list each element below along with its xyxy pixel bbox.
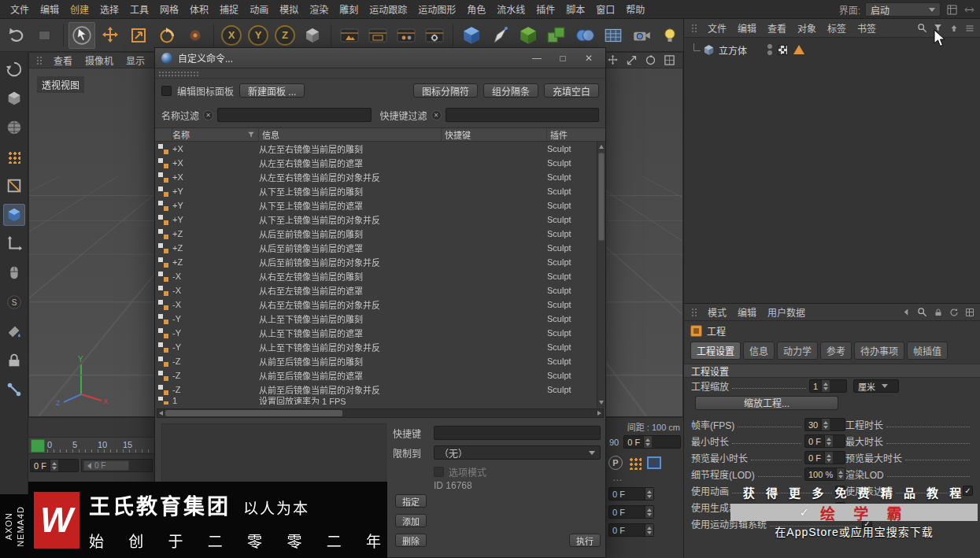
new-palette-button[interactable]: 新建面板 ... [239, 83, 305, 98]
attr-tab[interactable]: 信息 [743, 342, 775, 360]
search-icon[interactable] [916, 306, 928, 318]
stepper-icon[interactable] [821, 380, 830, 392]
menubar-item[interactable]: 网格 [154, 0, 184, 19]
dialog-titlebar[interactable]: 自定义命令... — □ ✕ [155, 48, 605, 68]
shortcut-column-header[interactable]: 快捷键 [442, 128, 547, 141]
drag-handle-icon[interactable] [691, 24, 698, 33]
model-mode-icon[interactable] [3, 87, 25, 109]
stepper-icon[interactable] [50, 460, 58, 471]
zoom-view-icon[interactable] [624, 54, 638, 67]
table-row[interactable]: +X 从左至右镜像当前层的遮罩 Sculpt [155, 156, 596, 170]
light-icon[interactable] [656, 22, 683, 49]
lock-workplane-icon[interactable] [3, 349, 25, 371]
render-team-icon[interactable] [393, 22, 420, 49]
preview-min-field[interactable]: 0 F [804, 451, 845, 464]
table-row[interactable]: +Z 从后至前镜像当前层的雕刻 Sculpt [155, 227, 596, 241]
viewport-solo-icon[interactable] [3, 262, 25, 284]
pan-view-icon[interactable] [605, 54, 619, 67]
table-row[interactable]: +Z 从后至前镜像当前层的对象并反 Sculpt [155, 255, 596, 269]
primitive-cube-icon[interactable] [458, 22, 485, 49]
fps-field[interactable]: 30 [804, 418, 845, 431]
object-manager-menu-item[interactable]: 编辑 [732, 19, 762, 37]
menubar-item[interactable]: 运动跟踪 [364, 0, 412, 19]
scroll-up-icon[interactable] [599, 145, 604, 149]
table-row[interactable]: -X 从右至左镜像当前层的雕刻 Sculpt [155, 269, 596, 283]
attr-tab[interactable]: 待办事项 [854, 342, 904, 360]
menubar-item[interactable]: 渲染 [304, 0, 334, 19]
table-row[interactable]: +X 从左至右镜像当前层的雕刻 Sculpt [155, 142, 596, 156]
menubar-item[interactable]: 角色 [461, 0, 491, 19]
execute-button[interactable]: 执行 [569, 534, 601, 547]
history-box-icon[interactable] [31, 22, 58, 49]
dialog-grip[interactable] [155, 68, 605, 79]
lock-icon[interactable] [932, 306, 944, 318]
attribute-menu-item[interactable]: 编辑 [732, 303, 762, 321]
rotate-view-icon[interactable] [643, 54, 657, 67]
render-picture-viewer-icon[interactable] [364, 22, 391, 49]
current-frame-marker[interactable] [31, 439, 45, 453]
name-filter-input[interactable] [217, 108, 371, 122]
clear-shortcut-filter-icon[interactable]: ✕ [431, 110, 442, 120]
menubar-item[interactable]: 插件 [531, 0, 560, 19]
table-row-partial[interactable]: 1 设置回放速率为 1 FPS [155, 397, 596, 405]
scroll-down-icon[interactable] [599, 401, 604, 405]
snap-icon[interactable]: S [3, 291, 25, 313]
coordinate-system-icon[interactable] [299, 22, 326, 49]
table-row[interactable]: +Z 从后至前镜像当前层的遮罩 Sculpt [155, 241, 596, 255]
table-row[interactable]: +X 从左至右镜像当前层的对象并反 Sculpt [155, 170, 596, 184]
menubar-item[interactable]: 编辑 [35, 0, 65, 19]
paint-icon[interactable] [3, 320, 25, 342]
lod-field[interactable]: 100 % [804, 467, 845, 481]
group-separator-button[interactable]: 组分隔条 [483, 83, 538, 98]
table-row[interactable]: -X 从右至左镜像当前层的对象并反 Sculpt [155, 297, 596, 312]
edit-palette-checkbox[interactable] [161, 86, 172, 96]
menubar-item[interactable]: 捕捉 [214, 0, 244, 19]
attr-tab[interactable]: 参考 [820, 342, 852, 360]
attr-tab[interactable]: 工程设置 [690, 342, 741, 360]
menu-grid-icon[interactable] [963, 306, 975, 318]
record-position-icon[interactable]: P [608, 456, 623, 470]
close-button[interactable]: ✕ [579, 50, 599, 66]
stepper-icon[interactable] [824, 452, 833, 464]
section-header[interactable]: 工程设置 [684, 364, 980, 378]
object-name-label[interactable]: 立方体 [719, 43, 747, 57]
object-manager-menu-item[interactable]: 文件 [702, 19, 732, 37]
vertical-scrollbar[interactable] [597, 142, 605, 408]
stepper-icon[interactable] [643, 436, 652, 448]
stepper-icon[interactable] [836, 468, 845, 480]
range-slider-handle[interactable]: 0 F [83, 460, 129, 471]
min-time-field[interactable]: 0 F [804, 434, 845, 448]
menubar-item[interactable]: 帮助 [620, 0, 650, 19]
assign-button[interactable]: 指定 [395, 494, 427, 508]
viewport-menu-item[interactable]: 显示 [120, 52, 151, 69]
joint-icon[interactable] [3, 379, 25, 401]
stepper-icon[interactable] [821, 419, 830, 431]
history-back-icon[interactable] [900, 306, 912, 318]
table-row[interactable]: -Y 从上至下镜像当前层的遮罩 Sculpt [155, 326, 596, 340]
stepper-icon[interactable] [645, 506, 653, 518]
keyframe-grid-icon[interactable] [628, 456, 642, 470]
menubar-item[interactable]: 创建 [65, 0, 94, 19]
menubar-item[interactable]: 选择 [94, 0, 124, 19]
frame-field[interactable]: 0 F [608, 523, 654, 537]
maximize-button[interactable]: □ [553, 50, 573, 66]
points-mode-icon[interactable] [3, 146, 25, 168]
table-row[interactable]: -X 从右至左镜像当前层的遮罩 Sculpt [155, 283, 596, 297]
stepper-icon[interactable] [645, 524, 653, 536]
live-selection-icon[interactable] [68, 22, 95, 49]
add-button[interactable]: 添加 [395, 514, 427, 527]
table-row[interactable]: +Y 从下至上镜像当前层的对象并反 Sculpt [155, 212, 596, 227]
menubar-item[interactable]: 雕刻 [334, 0, 364, 19]
plane-icon[interactable] [600, 22, 627, 49]
scroll-left-icon[interactable] [159, 411, 163, 416]
menubar-item[interactable]: 动画 [244, 0, 274, 19]
texture-tag-icon[interactable] [778, 45, 788, 55]
attribute-menu-item[interactable]: 模式 [702, 303, 732, 321]
phong-tag-icon[interactable] [793, 45, 804, 54]
toggle-view-icon[interactable] [662, 54, 676, 67]
attr-tab[interactable]: 动力学 [777, 342, 818, 360]
viewport-label[interactable]: 透视视图 [37, 76, 84, 93]
render-settings-icon[interactable] [421, 22, 448, 49]
plugin-column-header[interactable]: 插件 [547, 128, 596, 141]
restrict-dropdown[interactable]: （无） [434, 445, 601, 460]
